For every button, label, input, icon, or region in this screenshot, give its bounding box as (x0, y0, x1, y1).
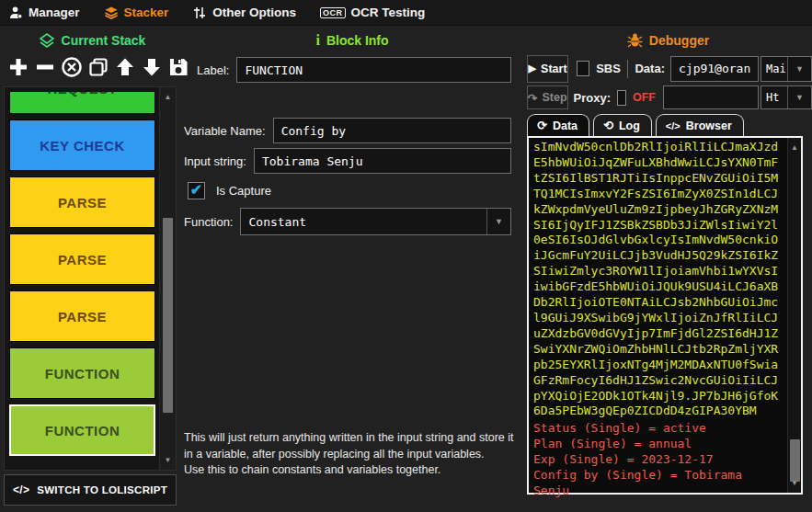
wordlist-type-value: Mai (761, 57, 787, 81)
stack-list-panel: REQUEST KEY CHECK PARSE PARSE PARSE FUNC… (4, 86, 177, 471)
stack-block-clipped-wrap: REQUEST (9, 92, 155, 114)
debugger-capture-data: Status (Single) = active Plan (Single) =… (533, 421, 784, 499)
stack-block-label: KEY CHECK (40, 138, 125, 154)
stack-block-label: REQUEST (47, 92, 117, 97)
wordlist-type-select[interactable]: Mai ▼ (761, 56, 812, 82)
current-stack-header: Current Stack (0, 31, 184, 50)
function-row: Function: Constant ▼ (184, 208, 511, 235)
tab-data-label: Data (553, 119, 578, 132)
tab-data[interactable]: ⟳ Data (527, 114, 589, 137)
input-string-label: Input string: (184, 154, 246, 168)
debugger-output-data: sImNvdW50cnlDb2RlIjoiRlIiLCJmaXJzd E5hbW… (533, 140, 784, 419)
tab-log-label: Log (619, 119, 640, 132)
stack-scrollbar[interactable]: ▲ ▼ (159, 87, 176, 470)
step-button-label: Step (542, 91, 566, 104)
is-capture-checkbox[interactable]: ✔ (188, 182, 205, 199)
move-down-icon[interactable] (139, 53, 164, 81)
input-string-input[interactable] (254, 148, 511, 174)
nav-other-options-label: Other Options (212, 6, 296, 19)
layers-diamond-icon (39, 33, 55, 48)
stack-block-label: FUNCTION (45, 423, 120, 438)
step-button[interactable]: ↷ Step (527, 85, 568, 109)
proxy-type-value: Ht (761, 86, 787, 108)
user-icon (9, 6, 23, 19)
debugger-title: Debugger (649, 33, 709, 48)
stack-list: REQUEST KEY CHECK PARSE PARSE PARSE FUNC… (5, 87, 159, 470)
stack-block-label: FUNCTION (45, 366, 120, 381)
sliders-icon (192, 6, 207, 19)
stack-block-label: PARSE (58, 309, 107, 324)
nav-manager-label: Manager (29, 6, 80, 19)
stack-block-label: PARSE (58, 195, 107, 210)
stack-block-function-1[interactable]: FUNCTION (9, 347, 155, 399)
code-icon: </> (666, 120, 680, 131)
debugger-output-panel[interactable]: sImNvdW50cnlDb2RlIjoiRlIiLCJmaXJzd E5hbW… (527, 136, 803, 495)
remove-block-icon[interactable] (32, 53, 57, 81)
switch-to-loliscript-button[interactable]: </> SWITCH TO LOLISCRIPT (4, 474, 177, 506)
stack-block-parse-3[interactable]: PARSE (9, 290, 155, 342)
sbs-checkbox[interactable] (577, 61, 589, 76)
input-string-row: Input string: (184, 148, 511, 174)
start-button-label: Start (541, 63, 566, 75)
history-icon: ⟲ (603, 119, 613, 132)
switch-button-label: SWITCH TO LOLISCRIPT (37, 484, 167, 495)
block-info-header: i Block Info (180, 31, 524, 50)
start-button[interactable]: ▶ Start (527, 55, 568, 83)
debugger-tabs: ⟳ Data ⟲ Log </> Browser (527, 114, 744, 137)
refresh-circle-icon: ⟳ (537, 119, 547, 132)
ocr-icon: OCR (320, 7, 346, 18)
proxy-label: Proxy: (574, 91, 611, 105)
scroll-down-icon[interactable]: ▼ (160, 456, 176, 464)
variable-name-label: Variable Name: (184, 124, 266, 138)
function-label: Function: (184, 215, 233, 229)
scroll-up-icon[interactable]: ▲ (160, 93, 176, 101)
debugger-row-2: ↷ Step Proxy: OFF Ht ▼ (524, 85, 812, 110)
nav-other-options[interactable]: Other Options (192, 6, 296, 19)
stack-icon (104, 6, 119, 19)
tab-browser[interactable]: </> Browser (656, 114, 744, 137)
is-capture-row: ✔ Is Capture (188, 182, 271, 199)
clone-block-icon[interactable] (86, 53, 110, 81)
stack-toolbar (6, 53, 190, 81)
chevron-down-icon: ▼ (486, 209, 510, 234)
label-field-label: Label: (197, 63, 229, 77)
nav-manager[interactable]: Manager (9, 6, 80, 19)
variable-name-input[interactable] (273, 118, 511, 143)
proxy-input[interactable] (663, 85, 759, 109)
stack-block-keycheck[interactable]: KEY CHECK (9, 119, 155, 171)
check-icon: ✔ (190, 183, 202, 198)
nav-stacker-label: Stacker (124, 6, 169, 19)
proxy-type-select[interactable]: Ht ▼ (761, 85, 812, 109)
output-scrollbar[interactable]: ▲ ▼ (787, 138, 801, 493)
stack-scrollbar-thumb[interactable] (163, 218, 173, 413)
proxy-checkbox[interactable] (617, 90, 626, 106)
stack-block-parse-1[interactable]: PARSE (9, 176, 155, 228)
function-select[interactable]: Constant ▼ (240, 208, 511, 235)
nav-stacker[interactable]: Stacker (104, 6, 169, 19)
output-scrollbar-thumb[interactable] (790, 439, 800, 482)
scroll-up-icon[interactable]: ▲ (788, 143, 801, 152)
block-info-title: Block Info (326, 33, 389, 48)
data-label: Data: (635, 62, 665, 75)
tab-log[interactable]: ⟲ Log (593, 114, 652, 137)
scroll-down-icon[interactable]: ▼ (788, 479, 801, 487)
stack-block-label: PARSE (58, 252, 107, 267)
divider (627, 60, 629, 78)
move-up-icon[interactable] (112, 53, 137, 81)
label-field-row: Label: (197, 57, 511, 83)
bug-icon (627, 33, 643, 48)
label-input[interactable] (236, 57, 511, 83)
stack-block-request[interactable]: REQUEST (9, 92, 155, 114)
nav-ocr-testing-label: OCR Testing (351, 6, 426, 19)
chevron-down-icon: ▼ (787, 86, 811, 108)
nav-ocr-testing[interactable]: OCR OCR Testing (320, 6, 425, 19)
is-capture-label: Is Capture (216, 184, 271, 198)
top-nav-bar: Manager Stacker Other Options OCR OCR Te… (0, 0, 812, 26)
current-stack-title: Current Stack (62, 33, 146, 48)
save-stack-icon[interactable] (166, 53, 190, 81)
stack-block-parse-2[interactable]: PARSE (9, 233, 155, 285)
add-block-icon[interactable] (6, 53, 30, 81)
data-input[interactable] (670, 56, 759, 82)
stack-block-function-2-selected[interactable]: FUNCTION (9, 404, 155, 456)
disable-block-icon[interactable] (59, 53, 84, 81)
